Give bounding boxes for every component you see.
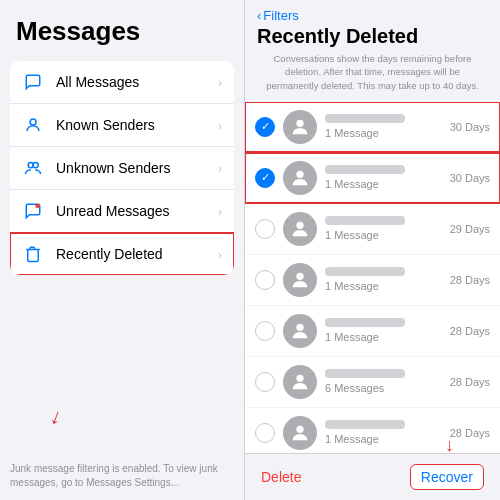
avatar (283, 212, 317, 246)
days-label: 30 Days (450, 172, 490, 184)
chevron-right-icon: › (218, 118, 222, 133)
svg-point-0 (30, 119, 36, 125)
menu-item-all-messages[interactable]: All Messages › (10, 61, 234, 104)
msg-count: 6 Messages (325, 382, 446, 394)
message-item[interactable]: ✓ 1 Message 30 Days (245, 153, 500, 203)
arrow-annotation: ↑ (46, 405, 65, 433)
avatar (283, 110, 317, 144)
days-label: 28 Days (450, 427, 490, 439)
menu-label: All Messages (56, 74, 218, 90)
check-circle[interactable] (255, 372, 275, 392)
message-item[interactable]: 6 Messages 28 Days (245, 357, 500, 407)
message-item[interactable]: 1 Message 29 Days (245, 204, 500, 254)
days-label: 28 Days (450, 325, 490, 337)
footer-note: Junk message filtering is enabled. To vi… (10, 462, 234, 490)
message-list: ✓ 1 Message 30 Days ✓ 1 Message 30 Days (245, 102, 500, 453)
bottom-bar: Delete Recover ↓ (245, 453, 500, 500)
sender-bar (325, 267, 405, 276)
days-label: 28 Days (450, 376, 490, 388)
menu-icon (22, 157, 44, 179)
msg-count: 1 Message (325, 229, 446, 241)
chevron-right-icon: › (218, 204, 222, 219)
recover-arrow: ↓ (445, 435, 454, 456)
right-panel-title: Recently Deleted (257, 25, 488, 48)
sender-bar (325, 420, 405, 429)
svg-point-6 (296, 222, 303, 229)
check-circle[interactable] (255, 270, 275, 290)
delete-button[interactable]: Delete (261, 469, 301, 485)
svg-point-8 (296, 324, 303, 331)
svg-point-10 (296, 426, 303, 433)
left-panel: Messages All Messages › Known Senders › … (0, 0, 245, 500)
sender-bar (325, 216, 405, 225)
msg-count: 1 Message (325, 433, 446, 445)
sender-bar (325, 114, 405, 123)
check-circle[interactable] (255, 423, 275, 443)
menu-label: Recently Deleted (56, 246, 218, 262)
sender-bar (325, 369, 405, 378)
avatar (283, 416, 317, 450)
svg-point-5 (296, 171, 303, 178)
message-info: 1 Message (325, 267, 446, 292)
menu-item-unknown-senders[interactable]: Unknown Senders › (10, 147, 234, 190)
menu-item-unread-messages[interactable]: Unread Messages › (10, 190, 234, 233)
check-circle[interactable]: ✓ (255, 168, 275, 188)
chevron-left-icon: ‹ (257, 8, 261, 23)
message-item[interactable]: 1 Message 28 Days (245, 408, 500, 453)
message-info: 1 Message (325, 165, 446, 190)
sender-bar (325, 165, 405, 174)
menu-icon (22, 200, 44, 222)
menu-icon (22, 243, 44, 265)
messages-title: Messages (0, 0, 244, 55)
message-item[interactable]: 1 Message 28 Days (245, 306, 500, 356)
msg-count: 1 Message (325, 127, 446, 139)
message-info: 1 Message (325, 114, 446, 139)
recover-button[interactable]: Recover (410, 464, 484, 490)
back-link[interactable]: ‹ Filters (257, 8, 488, 23)
message-info: 1 Message (325, 216, 446, 241)
chevron-right-icon: › (218, 161, 222, 176)
msg-count: 1 Message (325, 280, 446, 292)
right-subtitle: Conversations show the days remaining be… (257, 52, 488, 92)
days-label: 29 Days (450, 223, 490, 235)
svg-point-4 (296, 120, 303, 127)
back-label: Filters (263, 8, 298, 23)
svg-point-9 (296, 375, 303, 382)
svg-point-3 (35, 204, 40, 209)
menu-label: Known Senders (56, 117, 218, 133)
msg-count: 1 Message (325, 331, 446, 343)
message-item[interactable]: 1 Message 28 Days (245, 255, 500, 305)
chevron-right-icon: › (218, 247, 222, 262)
menu-label: Unknown Senders (56, 160, 218, 176)
message-info: 6 Messages (325, 369, 446, 394)
message-item[interactable]: ✓ 1 Message 30 Days (245, 102, 500, 152)
sender-bar (325, 318, 405, 327)
menu-item-recently-deleted[interactable]: Recently Deleted › (10, 233, 234, 275)
days-label: 28 Days (450, 274, 490, 286)
message-info: 1 Message (325, 420, 446, 445)
svg-point-7 (296, 273, 303, 280)
avatar (283, 161, 317, 195)
avatar (283, 365, 317, 399)
menu-label: Unread Messages (56, 203, 218, 219)
menu-icon (22, 114, 44, 136)
right-header: ‹ Filters Recently Deleted Conversations… (245, 0, 500, 102)
check-circle[interactable]: ✓ (255, 117, 275, 137)
check-circle[interactable] (255, 219, 275, 239)
chevron-right-icon: › (218, 75, 222, 90)
menu-item-known-senders[interactable]: Known Senders › (10, 104, 234, 147)
right-panel: ‹ Filters Recently Deleted Conversations… (245, 0, 500, 500)
avatar (283, 263, 317, 297)
menu-list: All Messages › Known Senders › Unknown S… (10, 61, 234, 275)
message-info: 1 Message (325, 318, 446, 343)
avatar (283, 314, 317, 348)
msg-count: 1 Message (325, 178, 446, 190)
menu-icon (22, 71, 44, 93)
check-circle[interactable] (255, 321, 275, 341)
days-label: 30 Days (450, 121, 490, 133)
